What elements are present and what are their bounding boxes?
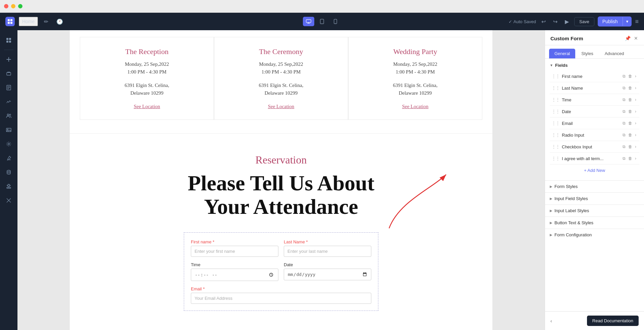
form-configuration-label: Form Configuration [554, 232, 592, 237]
lastname-input[interactable] [284, 246, 371, 257]
field-delete-button-terms[interactable]: 🗑 [627, 155, 633, 161]
field-copy-button-terms[interactable]: ⧉ [622, 155, 627, 161]
field-drag-icon[interactable]: ⋮⋮ [552, 144, 560, 149]
form-group-email: Email * [191, 286, 371, 304]
field-expand-button-time[interactable]: › [634, 97, 637, 103]
input-label-styles-header[interactable]: ▶ Input Label Styles [550, 208, 639, 213]
field-expand-button-radio[interactable]: › [634, 132, 637, 138]
field-drag-icon[interactable]: ⋮⋮ [552, 156, 560, 161]
undo-button[interactable]: ↩ [539, 17, 548, 26]
svg-point-27 [7, 170, 10, 172]
sidebar-item-plugins[interactable] [3, 180, 15, 192]
field-expand-button-checkbox[interactable]: › [634, 144, 637, 150]
preview-button[interactable]: ▶ [563, 17, 571, 26]
see-location-link-ceremony[interactable]: See Location [268, 104, 294, 109]
field-drag-icon[interactable]: ⋮⋮ [552, 74, 560, 79]
sidebar-item-media[interactable] [3, 124, 15, 136]
home-button[interactable]: Home [19, 17, 38, 26]
sidebar-item-users[interactable] [3, 110, 15, 122]
tab-general[interactable]: General [549, 49, 575, 58]
sidebar-item-brush[interactable] [3, 152, 15, 164]
field-copy-button-date[interactable]: ⧉ [622, 108, 627, 114]
sidebar-item-tools[interactable] [3, 194, 15, 206]
panel-pin-button[interactable]: 📌 [624, 35, 631, 42]
panel-close-button[interactable]: ✕ [633, 35, 639, 42]
field-copy-button-firstname[interactable]: ⧉ [622, 73, 627, 79]
input-field-styles-header[interactable]: ▶ Input Field Styles [550, 196, 639, 201]
svg-point-10 [335, 23, 335, 23]
field-drag-icon[interactable]: ⋮⋮ [552, 97, 560, 102]
mobile-view-button[interactable] [330, 17, 341, 26]
field-name-terms: I agree with all term... [562, 156, 620, 161]
sidebar-item-add[interactable] [3, 53, 15, 65]
date-input[interactable] [284, 269, 371, 280]
publish-button[interactable]: Publish [598, 16, 623, 27]
field-delete-button-date[interactable]: 🗑 [627, 108, 633, 114]
fields-section-header[interactable]: ▼ Fields [550, 63, 639, 68]
auto-saved-status: ✓ Auto Saved [508, 19, 536, 24]
field-copy-button-checkbox[interactable]: ⧉ [622, 144, 627, 150]
field-delete-button-checkbox[interactable]: 🗑 [627, 144, 633, 150]
sidebar-item-layers[interactable] [3, 67, 15, 80]
field-expand-button-firstname[interactable]: › [634, 73, 637, 79]
field-expand-button-lastname[interactable]: › [634, 85, 637, 91]
field-delete-button-email[interactable]: 🗑 [627, 120, 633, 126]
field-drag-icon[interactable]: ⋮⋮ [552, 86, 560, 90]
close-dot[interactable] [4, 4, 8, 8]
main-menu-button[interactable]: ≡ [635, 18, 639, 25]
form-styles-header[interactable]: ▶ Form Styles [550, 184, 639, 189]
panel-bottom-chevron-button[interactable]: ‹ [550, 318, 552, 324]
view-mode-switcher [303, 17, 341, 26]
event-title-wedding-party: Wedding Party [362, 47, 469, 56]
sidebar-item-grid[interactable] [3, 34, 15, 46]
tab-styles[interactable]: Styles [576, 49, 598, 58]
history-icon[interactable]: 🕐 [54, 17, 65, 26]
email-input[interactable] [191, 293, 371, 304]
field-expand-button-email[interactable]: › [634, 120, 637, 126]
add-new-button[interactable]: + Add New [550, 164, 639, 176]
field-delete-button-firstname[interactable]: 🗑 [627, 73, 633, 79]
field-drag-icon[interactable]: ⋮⋮ [552, 121, 560, 126]
sidebar-item-database[interactable] [3, 166, 15, 178]
firstname-label: First name * [191, 239, 278, 244]
field-item-date: ⋮⋮ Date ⧉ 🗑 › [550, 106, 639, 117]
field-drag-icon[interactable]: ⋮⋮ [552, 109, 560, 114]
field-copy-button-radio[interactable]: ⧉ [622, 132, 627, 138]
field-copy-button-email[interactable]: ⧉ [622, 120, 627, 126]
field-delete-button-lastname[interactable]: 🗑 [627, 85, 633, 91]
svg-rect-13 [6, 41, 8, 43]
canvas-area: The Reception Monday, 25 Sep,2022 1:00 P… [17, 30, 545, 330]
maximize-dot[interactable] [18, 4, 22, 8]
panel-title: Custom Form [550, 36, 583, 41]
button-text-styles-header[interactable]: ▶ Button Text & Styles [550, 220, 639, 225]
see-location-link-reception[interactable]: See Location [134, 104, 160, 109]
desktop-view-button[interactable] [303, 17, 314, 26]
field-copy-button-lastname[interactable]: ⧉ [622, 85, 627, 91]
form-group-firstname: First name * [191, 239, 278, 257]
field-copy-button-time[interactable]: ⧉ [622, 97, 627, 103]
svg-rect-11 [6, 38, 8, 40]
minimize-dot[interactable] [11, 4, 15, 8]
field-delete-button-radio[interactable]: 🗑 [627, 132, 633, 138]
edit-icon[interactable]: ✏ [42, 17, 50, 26]
save-button[interactable]: Save [574, 17, 594, 26]
see-location-link-wedding-party[interactable]: See Location [402, 104, 429, 109]
tab-advanced[interactable]: Advanced [599, 49, 630, 58]
time-input[interactable] [191, 269, 278, 281]
svg-rect-14 [9, 41, 11, 43]
read-documentation-button[interactable]: Read Documentation [587, 316, 639, 326]
field-delete-button-time[interactable]: 🗑 [627, 97, 633, 103]
field-drag-icon[interactable]: ⋮⋮ [552, 133, 560, 137]
tablet-view-button[interactable] [316, 17, 328, 26]
publish-dropdown-button[interactable]: ▼ [623, 17, 632, 26]
sidebar-item-page[interactable] [3, 82, 15, 94]
form-configuration-header[interactable]: ▶ Form Configuration [550, 232, 639, 237]
collapsible-form-configuration: ▶ Form Configuration [545, 229, 644, 241]
svg-point-25 [8, 143, 9, 145]
field-expand-button-date[interactable]: › [634, 108, 637, 114]
sidebar-item-analytics[interactable] [3, 96, 15, 108]
field-expand-button-terms[interactable]: › [634, 155, 637, 161]
sidebar-item-settings[interactable] [3, 138, 15, 150]
redo-button[interactable]: ↪ [551, 17, 559, 26]
firstname-input[interactable] [191, 246, 278, 257]
